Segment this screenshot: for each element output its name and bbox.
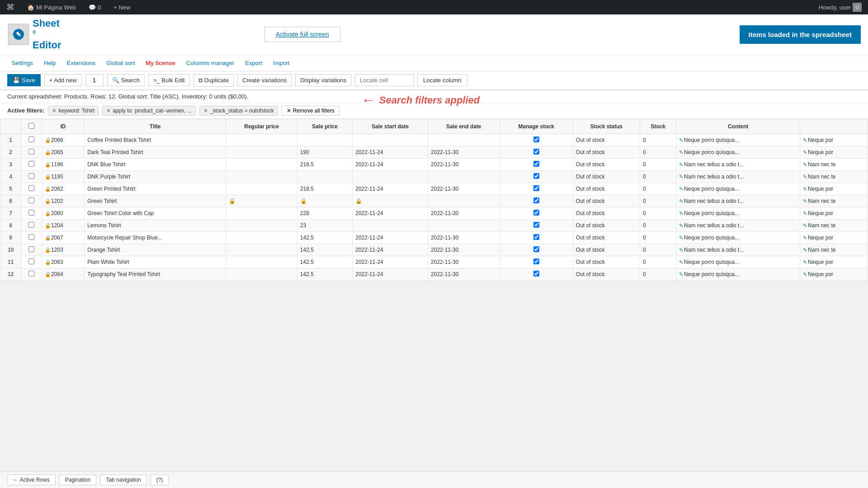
nav-settings[interactable]: Settings — [7, 57, 38, 69]
locate-cell-input[interactable] — [355, 74, 414, 86]
manage-stock-checkbox[interactable] — [533, 173, 539, 179]
edit-icon[interactable]: ✎ — [803, 272, 807, 277]
row-checkbox[interactable] — [28, 185, 34, 191]
cell-manage-stock — [500, 207, 573, 219]
edit-icon[interactable]: ✎ — [679, 272, 683, 277]
cell-content2: ✎Nam nec te — [800, 244, 868, 256]
filters-bar: Active filters: ✕ keyword: Tshirt ✕ appl… — [0, 103, 868, 119]
edit-icon[interactable]: ✎ — [679, 186, 683, 192]
edit-icon[interactable]: ✎ — [803, 223, 807, 228]
site-name-label: Mi Página Web — [36, 4, 76, 11]
locate-column-button[interactable]: Locate column — [417, 74, 467, 86]
cell-sale-start: 2022-11-24 — [353, 256, 428, 268]
nav-export[interactable]: Export — [241, 57, 267, 69]
edit-icon[interactable]: ✎ — [679, 259, 683, 265]
nav-help[interactable]: Help — [39, 57, 61, 69]
howdy-item[interactable]: Howdy, user U — [816, 0, 864, 14]
edit-icon[interactable]: ✎ — [679, 211, 683, 216]
cell-stock-status: Out of stock — [573, 183, 640, 195]
search-icon: 🔍 — [112, 77, 119, 84]
svg-text:✎: ✎ — [16, 31, 21, 38]
duplicate-button[interactable]: ⧉ Duplicate — [193, 74, 234, 87]
edit-icon[interactable]: ✎ — [803, 247, 807, 253]
nav-import[interactable]: Import — [269, 57, 294, 69]
edit-icon[interactable]: ✎ — [679, 198, 683, 204]
save-button[interactable]: 💾 Save — [7, 74, 41, 86]
manage-stock-checkbox[interactable] — [533, 197, 539, 203]
filter-tag-stock-status[interactable]: ✕ _stock_status = outofstock — [199, 106, 278, 116]
cell-id: 🔒2065 — [42, 146, 84, 158]
wp-logo-item[interactable]: ⌘ — [4, 0, 17, 14]
page-number-input[interactable] — [85, 74, 104, 86]
manage-stock-checkbox[interactable] — [533, 258, 539, 264]
filter-tag-keyword[interactable]: ✕ keyword: Tshirt — [48, 106, 99, 116]
cell-sale-price: 142.5 — [297, 256, 352, 268]
edit-icon[interactable]: ✎ — [803, 259, 807, 265]
activate-fullscreen-button[interactable]: Activate full screen — [264, 27, 340, 42]
nav-extensions[interactable]: Extensions — [62, 57, 100, 69]
row-checkbox[interactable] — [28, 197, 34, 203]
table-row: 11 🔒2063 Plain White Tshirt 142.5 2022-1… — [0, 256, 868, 268]
remove-all-filters-button[interactable]: ✕ Remove all filters — [282, 106, 340, 116]
cell-stock: 0 — [640, 183, 676, 195]
row-checkbox[interactable] — [28, 246, 34, 252]
cell-content: ✎Nam nec tellus a odio t... — [676, 244, 800, 256]
nav-my-license[interactable]: My license — [141, 57, 180, 69]
edit-icon[interactable]: ✎ — [803, 150, 807, 155]
cell-manage-stock — [500, 170, 573, 183]
row-checkbox[interactable] — [28, 258, 34, 264]
manage-stock-checkbox[interactable] — [533, 185, 539, 191]
table-row: 3 🔒1196 DNK Blue Tshirt 218.5 2022-11-24… — [0, 158, 868, 170]
row-checkbox[interactable] — [28, 222, 34, 228]
items-loaded-button[interactable]: Items loaded in the spreadsheet — [740, 25, 861, 44]
manage-stock-checkbox[interactable] — [533, 234, 539, 240]
lock-icon: 🔒 — [229, 198, 236, 204]
edit-icon[interactable]: ✎ — [679, 162, 683, 167]
bulk-edit-button[interactable]: >_ Bulk Edit — [148, 74, 190, 86]
edit-icon[interactable]: ✎ — [803, 186, 807, 192]
edit-icon[interactable]: ✎ — [803, 174, 807, 179]
edit-icon[interactable]: ✎ — [679, 247, 683, 253]
manage-stock-checkbox[interactable] — [533, 222, 539, 228]
cell-sale-end — [428, 195, 500, 207]
filter-tag-category[interactable]: ✕ apply to: product_cat--women, ... — [102, 106, 196, 116]
edit-icon[interactable]: ✎ — [679, 174, 683, 179]
search-button[interactable]: 🔍 Search — [107, 74, 145, 86]
edit-icon[interactable]: ✎ — [803, 235, 807, 240]
cell-stock: 0 — [640, 146, 676, 158]
row-checkbox[interactable] — [28, 210, 34, 216]
row-checkbox[interactable] — [28, 271, 34, 277]
edit-icon[interactable]: ✎ — [803, 162, 807, 167]
row-checkbox[interactable] — [28, 161, 34, 167]
display-variations-button[interactable]: Display variations — [295, 74, 351, 86]
manage-stock-checkbox[interactable] — [533, 271, 539, 277]
comments-item[interactable]: 💬 0 — [86, 0, 104, 14]
select-all-checkbox[interactable] — [28, 123, 34, 129]
row-checkbox[interactable] — [28, 149, 34, 155]
edit-icon[interactable]: ✎ — [679, 223, 683, 228]
create-variations-button[interactable]: Create variations — [237, 74, 292, 86]
edit-icon[interactable]: ✎ — [803, 137, 807, 143]
add-new-button[interactable]: + Add new — [44, 74, 82, 86]
new-item[interactable]: + New — [111, 0, 133, 14]
nav-global-sort[interactable]: Global sort — [102, 57, 139, 69]
cell-stock: 0 — [640, 231, 676, 244]
edit-icon[interactable]: ✎ — [803, 211, 807, 216]
row-checkbox[interactable] — [28, 173, 34, 179]
manage-stock-checkbox[interactable] — [533, 161, 539, 167]
table-row: 2 🔒2065 Dark Teal Printed Tshirt 190 202… — [0, 146, 868, 158]
nav-columns-manager[interactable]: Columns manager — [182, 57, 239, 69]
row-checkbox[interactable] — [28, 234, 34, 240]
edit-icon[interactable]: ✎ — [679, 235, 683, 240]
manage-stock-checkbox[interactable] — [533, 246, 539, 252]
edit-icon[interactable]: ✎ — [679, 150, 683, 155]
manage-stock-checkbox[interactable] — [533, 210, 539, 216]
edit-icon[interactable]: ✎ — [803, 198, 807, 204]
row-checkbox[interactable] — [28, 136, 34, 142]
site-name-item[interactable]: 🏠 Mi Página Web — [24, 0, 79, 14]
edit-icon[interactable]: ✎ — [679, 137, 683, 143]
manage-stock-checkbox[interactable] — [533, 149, 539, 155]
cell-manage-stock — [500, 256, 573, 268]
manage-stock-checkbox[interactable] — [533, 136, 539, 142]
cell-stock-status: Out of stock — [573, 207, 640, 219]
